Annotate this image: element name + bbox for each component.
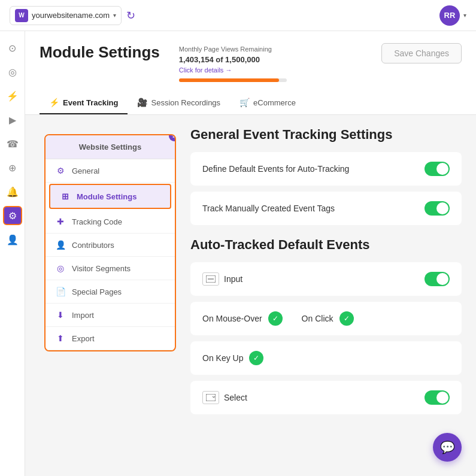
sidebar-item-import-label: Import — [72, 311, 94, 320]
input-label-with-icon: Input — [202, 272, 242, 286]
event-tracking-icon: ⚡ — [49, 98, 59, 107]
input-label: Input — [224, 274, 242, 284]
mouse-over-label: On Mouse-Over — [202, 314, 262, 323]
setting-input: Input — [190, 262, 462, 296]
left-sidebar: ⊙ ◎ ⚡ ▶ ☎ ⊕ 🔔 ⚙ 👤 — [0, 31, 25, 476]
sidebar-item-general-label: General — [72, 166, 99, 175]
body-area: ✓ Website Settings ⚙ General ⊞ Module Se… — [25, 115, 476, 476]
sidebar-item-analytics[interactable]: ◎ — [3, 62, 22, 81]
sidebar-item-special-pages[interactable]: 📄 Special Pages — [46, 280, 175, 304]
contributors-icon: 👤 — [55, 240, 66, 250]
save-button[interactable]: Save Changes — [381, 43, 462, 63]
help-fab[interactable]: 💬 — [433, 433, 462, 462]
input-toggle[interactable] — [425, 272, 450, 286]
sidebar-item-contributors[interactable]: 👤 Contributors — [46, 234, 175, 257]
sidebar-item-special-pages-label: Special Pages — [72, 287, 122, 296]
setting-manual-tags: Track Manually Created Event Tags — [190, 192, 462, 225]
website-sidebar-wrapper: ✓ Website Settings ⚙ General ⊞ Module Se… — [25, 115, 176, 476]
key-up-label: On Key Up — [202, 353, 243, 363]
top-nav-right: RR ▾ — [439, 5, 466, 26]
site-logo: W — [15, 9, 28, 22]
sidebar-item-visitor-segments-label: Visitor Segments — [72, 264, 131, 273]
tab-event-tracking[interactable]: ⚡ Event Tracking — [40, 92, 128, 114]
setting-select: Select — [190, 381, 462, 414]
on-click-toggle[interactable]: ✓ — [339, 311, 354, 326]
select-label: Select — [224, 393, 247, 402]
setting-on-click: On Click ✓ — [302, 311, 354, 326]
key-up-inline: On Key Up ✓ — [202, 351, 263, 365]
sidebar-item-tracking-code[interactable]: ✚ Tracking Code — [46, 210, 175, 234]
sidebar-item-events[interactable]: ⚡ — [3, 86, 22, 105]
setting-mouse-over-click: On Mouse-Over ✓ On Click ✓ — [190, 302, 462, 335]
setting-key-up-item: On Key Up ✓ — [202, 351, 263, 365]
site-name: yourwebsitename.com — [32, 11, 110, 20]
session-recordings-icon: 🎥 — [137, 98, 147, 107]
manual-tags-toggle[interactable] — [425, 201, 450, 216]
on-click-label: On Click — [302, 314, 333, 323]
sidebar-item-recordings[interactable]: ▶ — [3, 110, 22, 129]
sidebar-item-general[interactable]: ⚙ General — [46, 159, 175, 183]
default-events-label: Define Default Events for Auto-Tracking — [202, 164, 349, 174]
module-settings-icon: ⊞ — [60, 192, 71, 201]
select-field-icon — [202, 391, 219, 404]
auto-tracked-section-title: Auto-Tracked Default Events — [190, 237, 462, 253]
visitor-segments-icon: ◎ — [55, 263, 66, 273]
tab-ecommerce[interactable]: 🛒 eCommerce — [230, 92, 305, 114]
avatar[interactable]: RR — [439, 5, 460, 26]
default-events-toggle[interactable] — [425, 162, 450, 176]
svg-line-4 — [214, 396, 215, 398]
sidebar-item-funnels[interactable]: ☎ — [3, 134, 22, 153]
sidebar-item-export-label: Export — [72, 334, 95, 343]
inline-settings: On Mouse-Over ✓ On Click ✓ — [202, 311, 354, 326]
sidebar-item-heatmaps[interactable]: ⊕ — [3, 158, 22, 177]
special-pages-icon: 📄 — [55, 287, 66, 296]
sidebar-item-module-settings[interactable]: ⊞ Module Settings — [49, 184, 171, 209]
general-icon: ⚙ — [55, 166, 66, 175]
sidebar-item-contributors-label: Contributors — [72, 241, 114, 250]
page-views-info: Monthly Page Views Remaining 1,403,154 o… — [179, 43, 287, 82]
settings-content: General Event Tracking Settings Define D… — [176, 115, 476, 476]
top-nav-left: W yourwebsitename.com ▾ ↻ — [10, 6, 135, 25]
page-views-progress — [179, 78, 287, 82]
sidebar-item-visitor-segments[interactable]: ◎ Visitor Segments — [46, 257, 175, 280]
main-content: Module Settings Monthly Page Views Remai… — [25, 31, 476, 476]
main-layout: ⊙ ◎ ⚡ ▶ ☎ ⊕ 🔔 ⚙ 👤 Module Settings Monthl… — [0, 31, 476, 476]
tracking-code-icon: ✚ — [55, 217, 66, 226]
header-left: Module Settings Monthly Page Views Remai… — [40, 43, 287, 82]
sidebar-item-users[interactable]: 👤 — [3, 230, 22, 249]
top-navigation: W yourwebsitename.com ▾ ↻ RR ▾ — [0, 0, 476, 31]
sidebar-item-alerts[interactable]: 🔔 — [3, 182, 22, 201]
sidebar-item-home[interactable]: ⊙ — [3, 38, 22, 57]
chevron-down-icon: ▾ — [113, 12, 116, 19]
site-selector[interactable]: W yourwebsitename.com ▾ — [10, 6, 122, 25]
website-sidebar: ✓ Website Settings ⚙ General ⊞ Module Se… — [44, 134, 176, 351]
tab-session-recordings-label: Session Recordings — [151, 98, 220, 107]
sidebar-item-import[interactable]: ⬇ Import — [46, 304, 175, 327]
mouse-over-toggle[interactable]: ✓ — [268, 311, 283, 326]
select-toggle[interactable] — [425, 390, 450, 405]
sidebar-item-tracking-code-label: Tracking Code — [72, 217, 122, 226]
key-up-toggle[interactable]: ✓ — [249, 351, 263, 365]
website-sidebar-header: Website Settings — [46, 135, 175, 159]
export-icon: ⬆ — [55, 333, 66, 343]
page-header: Module Settings Monthly Page Views Remai… — [25, 31, 476, 115]
refresh-icon[interactable]: ↻ — [126, 9, 135, 22]
manual-tags-label: Track Manually Created Event Tags — [202, 204, 335, 213]
tab-event-tracking-label: Event Tracking — [63, 98, 118, 107]
tab-session-recordings[interactable]: 🎥 Session Recordings — [128, 92, 230, 114]
general-section-title: General Event Tracking Settings — [190, 127, 462, 143]
input-field-icon — [202, 272, 219, 286]
sidebar-item-module-settings-label: Module Settings — [77, 192, 137, 201]
avatar-chevron-icon: ▾ — [463, 12, 466, 19]
header-top: Module Settings Monthly Page Views Remai… — [40, 43, 462, 82]
sidebar-item-export[interactable]: ⬆ Export — [46, 327, 175, 350]
ecommerce-icon: 🛒 — [239, 98, 250, 107]
setting-key-up: On Key Up ✓ — [190, 341, 462, 375]
page-views-count: 1,403,154 of 1,500,000 — [179, 55, 287, 64]
tab-ecommerce-label: eCommerce — [253, 98, 296, 107]
setting-mouse-over: On Mouse-Over ✓ — [202, 311, 283, 326]
page-title: Module Settings — [40, 43, 160, 62]
sidebar-item-settings[interactable]: ⚙ — [3, 206, 22, 225]
import-icon: ⬇ — [55, 310, 66, 320]
page-views-link[interactable]: Click for details → — [179, 66, 287, 74]
